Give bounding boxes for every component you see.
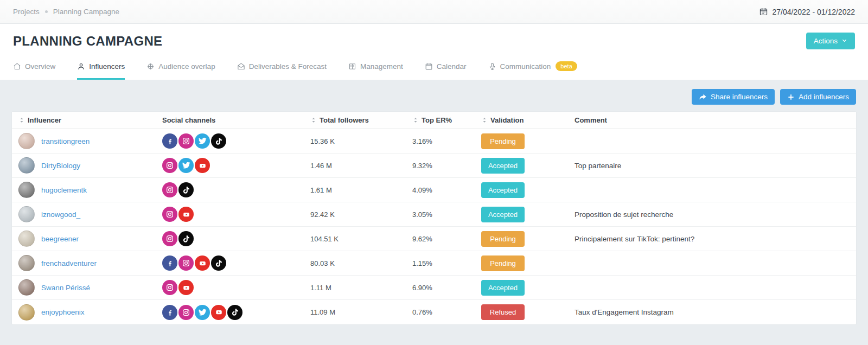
influencer-link[interactable]: iznowgood_ — [41, 210, 80, 219]
instagram-icon[interactable] — [162, 158, 177, 173]
validation-badge[interactable]: Pending — [481, 231, 525, 247]
tiktok-icon[interactable] — [227, 305, 242, 320]
facebook-icon[interactable] — [162, 305, 177, 320]
tiktok-icon[interactable] — [178, 182, 194, 197]
youtube-icon[interactable] — [178, 280, 194, 295]
tiktok-icon[interactable] — [211, 255, 226, 271]
tab-calendar[interactable]: Calendar — [425, 61, 467, 80]
actions-button[interactable]: Actions — [806, 33, 855, 49]
comment-cell[interactable]: Proposition de sujet recherche — [568, 210, 856, 219]
comment-text: Taux d'Engagement Instagram — [575, 308, 674, 316]
avatar[interactable] — [18, 157, 35, 174]
validation-badge[interactable]: Accepted — [481, 280, 525, 296]
social-channels-cell — [156, 231, 304, 246]
validation-badge[interactable]: Pending — [481, 133, 525, 149]
youtube-icon[interactable] — [211, 305, 226, 320]
instagram-icon[interactable] — [162, 231, 177, 246]
influencer-cell: transitiongreen — [12, 133, 156, 149]
facebook-icon[interactable] — [162, 255, 177, 271]
campaign-date-range[interactable]: 27/04/2022 - 01/12/2022 — [759, 7, 855, 16]
avatar[interactable] — [18, 279, 35, 296]
avatar[interactable] — [18, 206, 35, 222]
comment-text: Principalement sur TikTok: pertinent? — [575, 235, 694, 243]
tab-communication[interactable]: Communicationbeta — [488, 61, 577, 80]
influencer-link[interactable]: beegreener — [41, 235, 79, 243]
influencer-link[interactable]: DirtyBiology — [41, 162, 80, 170]
tab-label: Audience overlap — [158, 62, 215, 71]
influencer-link[interactable]: Swann Périssé — [41, 284, 90, 292]
avatar[interactable] — [18, 231, 35, 247]
facebook-icon[interactable] — [162, 133, 177, 149]
twitter-icon[interactable] — [195, 305, 210, 320]
target-icon — [146, 62, 155, 71]
tab-overview[interactable]: Overview — [13, 61, 55, 80]
social-channels-cell — [156, 133, 304, 149]
youtube-icon[interactable] — [195, 255, 210, 271]
instagram-icon[interactable] — [162, 280, 177, 295]
tab-label: Deliverables & Forecast — [249, 62, 327, 71]
top-er-cell: 3.16% — [406, 137, 475, 145]
validation-badge[interactable]: Accepted — [481, 207, 525, 222]
validation-badge[interactable]: Accepted — [481, 158, 525, 174]
column-header-top-er[interactable]: Top ER% — [406, 116, 475, 124]
share-influencers-button[interactable]: Share influencers — [692, 89, 775, 105]
column-header-influencer[interactable]: Influencer — [12, 116, 156, 124]
youtube-icon[interactable] — [178, 207, 194, 222]
instagram-icon[interactable] — [178, 133, 194, 149]
column-header-comment: Comment — [568, 116, 856, 124]
tab-influencers[interactable]: Influencers — [77, 61, 125, 80]
breadcrumb-projects[interactable]: Projects — [13, 8, 40, 16]
total-followers-cell: 15.36 K — [304, 137, 406, 145]
tab-deliverables-forecast[interactable]: Deliverables & Forecast — [237, 61, 327, 80]
influencer-link[interactable]: enjoyphoenix — [41, 308, 85, 316]
tiktok-icon[interactable] — [178, 231, 194, 246]
social-channels-cell — [156, 305, 304, 320]
instagram-icon[interactable] — [162, 182, 177, 197]
twitter-icon[interactable] — [178, 158, 194, 173]
youtube-icon[interactable] — [195, 158, 210, 173]
column-header-total-followers[interactable]: Total followers — [304, 116, 406, 124]
influencer-link[interactable]: frenchadventurer — [41, 259, 97, 267]
instagram-icon[interactable] — [178, 305, 194, 320]
tiktok-icon[interactable] — [211, 133, 226, 149]
beta-badge: beta — [556, 61, 577, 71]
instagram-icon[interactable] — [162, 207, 177, 222]
table-row: iznowgood_ 92.42 K 3.05% Accepted Propos… — [12, 202, 856, 227]
comment-cell[interactable]: Principalement sur TikTok: pertinent? — [568, 235, 856, 243]
tab-audience-overlap[interactable]: Audience overlap — [146, 61, 215, 80]
table-body: transitiongreen 15.36 K 3.16% Pending Di… — [12, 129, 856, 324]
sort-icon[interactable] — [481, 117, 488, 124]
tab-label: Influencers — [89, 62, 125, 71]
sort-icon[interactable] — [310, 117, 317, 124]
avatar[interactable] — [18, 304, 35, 321]
twitter-icon[interactable] — [195, 133, 210, 149]
column-label: Validation — [490, 116, 524, 124]
table-row: Swann Périssé 1.11 M 6.90% Accepted — [12, 276, 856, 300]
sort-icon[interactable] — [412, 117, 419, 124]
influencer-cell: iznowgood_ — [12, 206, 156, 222]
avatar[interactable] — [18, 182, 35, 198]
instagram-icon[interactable] — [178, 255, 194, 271]
validation-badge[interactable]: Refused — [481, 304, 525, 320]
validation-badge[interactable]: Accepted — [481, 182, 525, 198]
column-label: Total followers — [320, 116, 369, 124]
avatar[interactable] — [18, 133, 35, 149]
validation-cell: Refused — [475, 304, 568, 320]
avatar[interactable] — [18, 255, 35, 271]
comment-cell[interactable]: Taux d'Engagement Instagram — [568, 308, 856, 316]
total-followers-cell: 1.46 M — [304, 162, 406, 170]
influencers-toolbar: Share influencers Add influencers — [12, 80, 856, 105]
breadcrumb: Projects Planning Campagne — [13, 8, 119, 16]
validation-badge[interactable]: Pending — [481, 255, 525, 271]
sort-icon[interactable] — [18, 117, 25, 124]
validation-cell: Accepted — [475, 280, 568, 296]
comment-cell[interactable]: Top partenaire — [568, 162, 856, 170]
topbar: Projects Planning Campagne 27/04/2022 - … — [0, 0, 868, 24]
tab-management[interactable]: Management — [348, 61, 403, 80]
influencer-link[interactable]: hugoclementk — [41, 186, 87, 194]
content-area: Share influencers Add influencers Influe… — [0, 80, 868, 343]
column-header-validation[interactable]: Validation — [475, 116, 568, 124]
influencer-link[interactable]: transitiongreen — [41, 137, 90, 145]
social-channels-cell — [156, 158, 304, 173]
add-influencers-button[interactable]: Add influencers — [780, 89, 856, 105]
